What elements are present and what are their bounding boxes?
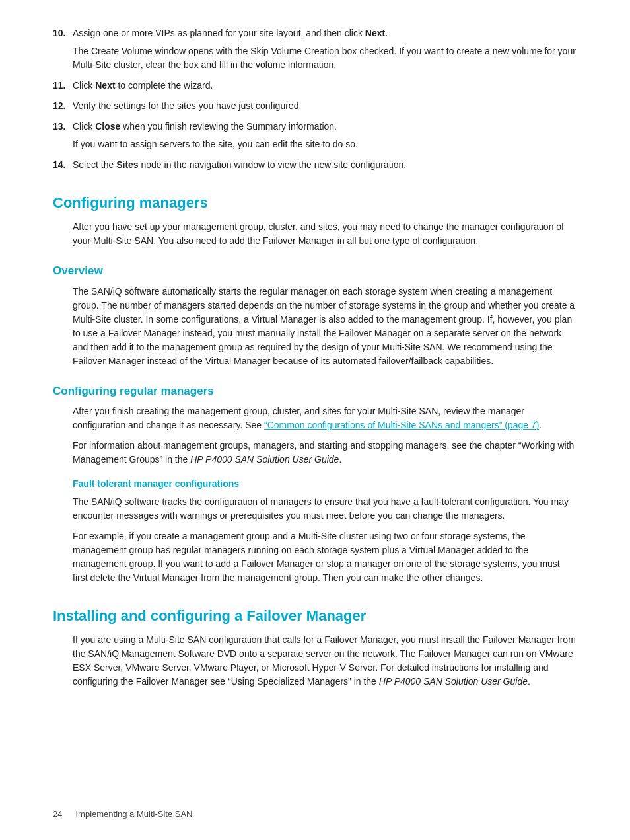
fault-tolerant-para1: The SAN/iQ software tracks the configura… <box>73 495 577 523</box>
fault-tolerant-para2: For example, if you create a management … <box>73 529 577 585</box>
step-13-subpara: If you want to assign servers to the sit… <box>73 137 577 151</box>
step-13-text: Click <box>73 121 95 132</box>
step-13-content: Click Close when you finish reviewing th… <box>73 120 577 134</box>
step-10-text: Assign one or more VIPs as planned for y… <box>73 28 365 38</box>
installing-configuring-heading: Installing and configuring a Failover Ma… <box>53 605 577 627</box>
step-11-punctuation: to complete the wizard. <box>116 80 213 91</box>
configuring-regular-link[interactable]: “Common configurations of Multi-Site SAN… <box>264 420 539 430</box>
step-10-subpara: The Create Volume window opens with the … <box>73 44 577 72</box>
step-14-content: Select the Sites node in the navigation … <box>73 158 577 172</box>
step-12: 12. Verify the settings for the sites yo… <box>53 99 577 113</box>
step-11-content: Click Next to complete the wizard. <box>73 79 577 93</box>
step-14-text: Select the <box>73 159 116 170</box>
footer-title: Implementing a Multi-Site SAN <box>75 808 192 821</box>
step-11: 11. Click Next to complete the wizard. <box>53 79 577 93</box>
configuring-regular-para2: For information about management groups,… <box>73 439 577 467</box>
installing-configuring-body: If you are using a Multi-Site SAN config… <box>73 633 577 689</box>
step-13-number: 13. <box>53 120 73 134</box>
step-11-bold: Next <box>95 80 115 91</box>
step-13: 13. Click Close when you finish reviewin… <box>53 120 577 134</box>
configuring-regular-heading: Configuring regular managers <box>53 383 577 400</box>
configuring-regular-para1: After you finish creating the management… <box>73 404 577 432</box>
overview-body: The SAN/iQ software automatically starts… <box>73 285 577 368</box>
step-11-text: Click <box>73 80 95 91</box>
page: 10. Assign one or more VIPs as planned f… <box>0 0 630 840</box>
step-13-bold: Close <box>95 121 120 132</box>
step-12-content: Verify the settings for the sites you ha… <box>73 99 577 113</box>
step-10-content: Assign one or more VIPs as planned for y… <box>73 26 577 40</box>
footer: 24 Implementing a Multi-Site SAN <box>53 808 577 821</box>
configuring-managers-heading: Configuring managers <box>53 192 577 213</box>
step-14: 14. Select the Sites node in the navigat… <box>53 158 577 172</box>
step-13-punctuation: when you finish reviewing the Summary in… <box>120 121 337 132</box>
step-14-bold: Sites <box>116 159 138 170</box>
fault-tolerant-heading: Fault tolerant manager configurations <box>73 477 577 491</box>
configuring-regular-para1-after: . <box>539 420 542 430</box>
installing-configuring-body-italic: HP P4000 SAN Solution User Guide <box>379 676 528 687</box>
step-10-bold: Next <box>365 28 385 38</box>
step-14-number: 14. <box>53 158 73 172</box>
step-10-punctuation: . <box>385 28 388 38</box>
step-10-number: 10. <box>53 26 73 40</box>
installing-configuring-body-end: . <box>528 676 530 687</box>
configuring-managers-intro: After you have set up your management gr… <box>73 220 577 248</box>
step-11-number: 11. <box>53 79 73 93</box>
overview-heading: Overview <box>53 262 577 280</box>
step-14-punctuation: node in the navigation window to view th… <box>139 159 406 170</box>
numbered-list: 10. Assign one or more VIPs as planned f… <box>53 26 577 172</box>
step-10: 10. Assign one or more VIPs as planned f… <box>53 26 577 40</box>
footer-page-number: 24 <box>53 808 62 821</box>
configuring-regular-para2-end: . <box>339 454 341 465</box>
step-12-number: 12. <box>53 99 73 113</box>
configuring-regular-para2-italic: HP P4000 SAN Solution User Guide <box>190 454 339 465</box>
